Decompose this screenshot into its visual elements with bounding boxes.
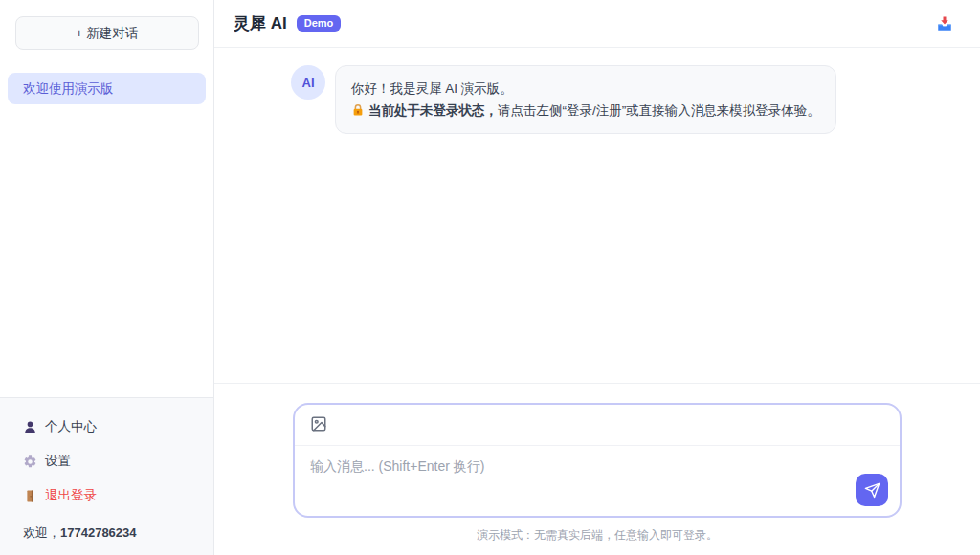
sidebar: + 新建对话 欢迎使用演示版 个人中心 [0, 0, 214, 555]
composer-toolbar [295, 405, 900, 446]
composer-section: 演示模式：无需真实后端，任意输入即可登录。 [214, 383, 980, 555]
composer[interactable] [293, 403, 902, 518]
image-icon [310, 415, 327, 433]
ai-message-bubble: 你好！我是灵犀 AI 演示版。 当前处于未登录状态，请点击左侧“登录/注册”或直… [335, 65, 836, 134]
send-button[interactable] [856, 474, 888, 506]
sidebar-top: + 新建对话 欢迎使用演示版 [0, 0, 213, 397]
header: 灵犀 AI Demo [214, 0, 980, 48]
username: 17742786234 [60, 525, 137, 540]
ai-message-row: AI 你好！我是灵犀 AI 演示版。 当前处于未登录状态，请点击左侧“登录/注册… [291, 65, 961, 134]
gear-icon [23, 455, 37, 469]
ai-avatar: AI [291, 65, 325, 100]
settings-label: 设置 [45, 453, 71, 470]
sidebar-footer: 个人中心 设置 退出登录 [0, 397, 213, 555]
logout-label: 退出登录 [45, 487, 97, 504]
page-title: 灵犀 AI [234, 12, 287, 34]
paper-plane-icon [864, 482, 880, 499]
demo-badge: Demo [297, 15, 342, 32]
welcome-prefix: 欢迎， [23, 525, 60, 540]
user-icon [23, 420, 37, 434]
message-line-1: 你好！我是灵犀 AI 演示版。 [351, 78, 820, 100]
conversation-item-welcome[interactable]: 欢迎使用演示版 [8, 73, 206, 104]
inbox-tray-icon[interactable] [936, 15, 953, 33]
welcome-line: 欢迎，17742786234 [23, 524, 190, 542]
main-panel: 灵犀 AI Demo AI 你好！我是灵犀 AI 演示版。 [214, 0, 980, 555]
new-chat-button[interactable]: + 新建对话 [15, 16, 199, 50]
lock-icon [351, 101, 365, 115]
settings-menu-item[interactable]: 设置 [23, 444, 190, 478]
message-line-2-bold: 当前处于未登录状态， [368, 103, 498, 118]
conversation-list: 欢迎使用演示版 [0, 73, 213, 104]
message-input[interactable] [295, 446, 831, 501]
door-icon [23, 489, 37, 503]
logout-menu-item[interactable]: 退出登录 [23, 478, 190, 513]
app-window: + 新建对话 欢迎使用演示版 个人中心 [0, 0, 980, 555]
chat-area: AI 你好！我是灵犀 AI 演示版。 当前处于未登录状态，请点击左侧“登录/注册… [214, 48, 980, 383]
message-line-2-rest: 请点击左侧“登录/注册”或直接输入消息来模拟登录体验。 [498, 103, 820, 118]
composer-hint: 演示模式：无需真实后端，任意输入即可登录。 [214, 527, 980, 544]
attach-image-button[interactable] [310, 415, 327, 433]
profile-menu-item[interactable]: 个人中心 [23, 410, 190, 444]
profile-label: 个人中心 [45, 418, 97, 435]
message-line-2: 当前处于未登录状态，请点击左侧“登录/注册”或直接输入消息来模拟登录体验。 [351, 100, 820, 122]
